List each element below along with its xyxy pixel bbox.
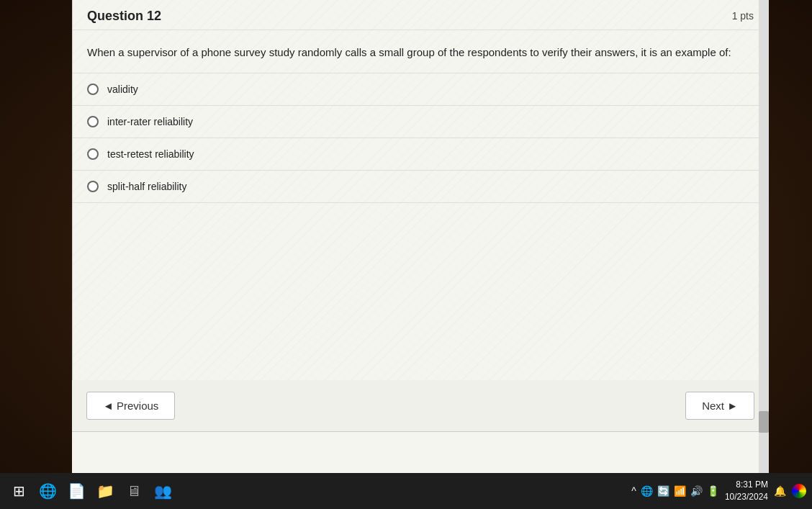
question-points: 1 pts (732, 9, 754, 22)
radio-inter-rater[interactable] (87, 116, 99, 127)
tray-icon-1: 🌐 (641, 485, 653, 497)
start-icon[interactable]: ⊞ (6, 478, 32, 504)
option-test-retest[interactable]: test-retest reliability (73, 138, 768, 171)
next-button[interactable]: Next ► (685, 392, 754, 420)
previous-button[interactable]: ◄ Previous (86, 392, 175, 420)
system-tray: ^ 🌐 🔄 📶 🔊 🔋 8:31 PM 10/23/2024 🔔 (631, 479, 806, 503)
notification-icon[interactable]: 🔔 (774, 485, 786, 497)
scrollbar-thumb[interactable] (759, 411, 769, 433)
taskbar: ⊞ 🌐 📄 📁 🖥 👥 ^ 🌐 🔄 📶 🔊 🔋 8:31 PM 10/23/20… (0, 473, 812, 509)
radio-split-half[interactable] (87, 181, 99, 192)
question-body: When a supervisor of a phone survey stud… (73, 30, 768, 73)
color-circle-icon (792, 484, 806, 498)
tray-icons: ^ 🌐 🔄 📶 🔊 🔋 (631, 485, 719, 497)
file-icon[interactable]: 📄 (63, 478, 89, 504)
teams-icon[interactable]: 👥 (150, 478, 176, 504)
question-title: Question 12 (87, 9, 161, 24)
wifi-icon: 📶 (674, 485, 686, 497)
question-header: Question 12 1 pts (73, 0, 768, 30)
clock-time: 8:31 PM (725, 479, 768, 491)
radio-validity[interactable] (87, 84, 99, 95)
volume-icon: 🔊 (690, 485, 703, 497)
folder-icon[interactable]: 📁 (92, 478, 118, 504)
option-test-retest-label: test-retest reliability (107, 148, 194, 160)
navigation-area: ◄ Previous Next ► (72, 380, 769, 431)
chevron-up-icon: ^ (631, 485, 636, 497)
scrollbar[interactable] (759, 0, 769, 473)
option-inter-rater[interactable]: inter-rater reliability (73, 106, 768, 138)
battery-icon: 🔋 (707, 485, 719, 497)
option-validity[interactable]: validity (73, 73, 768, 106)
options-container: validity inter-rater reliability test-re… (73, 73, 768, 203)
option-validity-label: validity (107, 84, 138, 95)
clock-area: 8:31 PM 10/23/2024 (725, 479, 768, 503)
option-split-half[interactable]: split-half reliability (73, 171, 768, 203)
clock-date: 10/23/2024 (725, 491, 768, 503)
tray-icon-2: 🔄 (657, 485, 669, 497)
radio-test-retest[interactable] (87, 148, 99, 160)
browser-icon[interactable]: 🌐 (35, 478, 60, 504)
bottom-white-bar (72, 431, 769, 473)
question-text: When a supervisor of a phone survey stud… (87, 45, 754, 61)
screen-icon[interactable]: 🖥 (121, 478, 147, 504)
quiz-card: Question 12 1 pts When a supervisor of a… (72, 0, 769, 437)
option-split-half-label: split-half reliability (107, 181, 186, 192)
option-inter-rater-label: inter-rater reliability (107, 116, 193, 127)
